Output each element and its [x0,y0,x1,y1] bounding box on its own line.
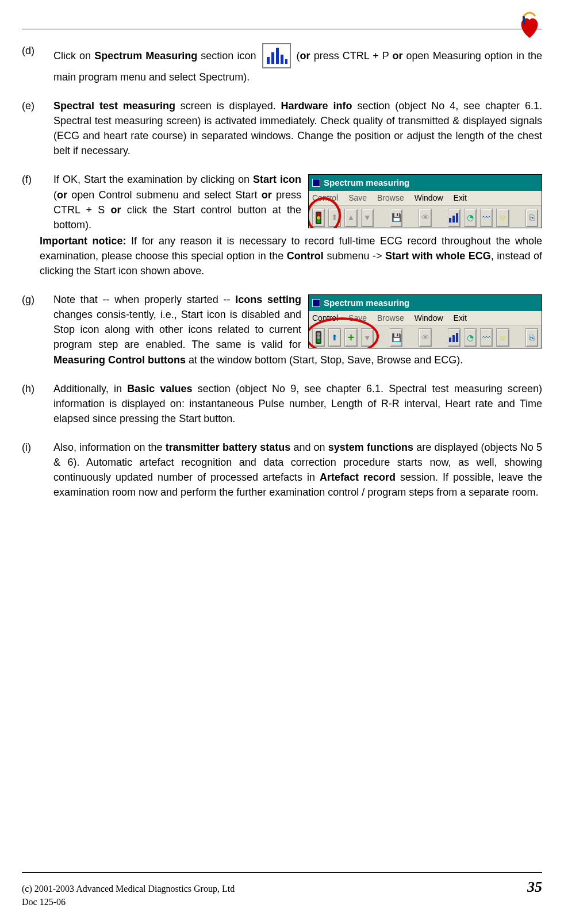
eye-icon: 👁 [419,328,431,347]
svg-rect-6 [285,59,287,64]
item-marker: (g) [22,292,53,367]
footer-doc: Doc 125-06 [22,895,235,908]
spectrum-icon [262,43,291,68]
smiley-icon: ☺ [496,328,509,347]
list-item-e: (e) Spectral test measuring screen is di… [22,98,542,158]
arrow-down-icon: ▼ [361,209,374,227]
eye-icon: 👁 [419,209,431,227]
menu-browse: Browse [377,312,404,324]
item-marker: (i) [22,440,53,500]
svg-rect-18 [449,338,451,342]
item-text: Click on Spectrum Measuring section icon… [53,43,542,85]
menu-exit: Exit [454,312,467,324]
menu-exit: Exit [454,192,467,204]
exit-door-icon: ⎘ [525,209,538,227]
save-icon: 💾 [390,328,402,347]
menu-window: Window [415,312,443,324]
item-marker: (d) [22,43,53,85]
page: (d) Click on Spectrum Measuring section … [22,29,542,908]
toolbar-screenshot-1: Spectrum measuring Control Save Browse W… [308,174,542,228]
item-marker: (h) [22,381,53,426]
svg-rect-12 [452,216,455,223]
svg-rect-19 [452,335,455,342]
important-notice: Important notice: If for any reason it i… [40,233,542,278]
list-item-d: (d) Click on Spectrum Measuring section … [22,43,542,85]
gauge-icon: ◔ [464,328,477,347]
app-icon [312,299,320,307]
top-rule [22,29,542,29]
svg-rect-2 [267,57,270,64]
menu-window: Window [415,192,443,204]
wave-icon: 〰 [480,328,493,347]
menu-save: Save [348,192,367,204]
page-number: 35 [527,876,542,898]
window-title: Spectrum measuring [309,175,542,191]
brand-logo [513,10,546,43]
save-icon: 💾 [390,209,402,227]
footer-copyright: (c) 2001-2003 Advanced Medical Diagnosti… [22,882,235,895]
svg-rect-20 [456,333,458,342]
bars-icon [448,209,461,227]
item-text: Also, information on the transmitter bat… [53,440,542,500]
toolbar-row: ⬆ ▲ ▼ 💾 👁 ◔ 〰 ☺ ⎘ [309,205,542,229]
svg-rect-0 [523,16,525,24]
arrow-up-icon: ▲ [344,209,357,227]
bars-icon [448,328,461,347]
toolbar-screenshot-2: Spectrum measuring Control Save Browse W… [308,294,542,348]
list-item-f: (f) Spectrum measuring Control Save Brow… [22,172,542,278]
list-item-g: (g) Spectrum measuring Control Save Brow… [22,292,542,367]
svg-rect-13 [456,213,458,223]
item-text: Additionally, in Basic values section (o… [53,381,542,426]
list-item-h: (h) Additionally, in Basic values sectio… [22,381,542,426]
page-footer: (c) 2001-2003 Advanced Medical Diagnosti… [22,872,542,908]
menu-bar: Control Save Browse Window Exit [309,191,542,205]
item-text: Spectral test measuring screen is displa… [53,98,542,158]
item-marker: (e) [22,98,53,158]
svg-rect-11 [449,218,451,223]
svg-rect-3 [271,52,274,64]
svg-rect-5 [281,55,283,64]
wave-icon: 〰 [480,209,493,227]
exit-door-icon: ⎘ [525,328,538,347]
menu-browse: Browse [377,192,404,204]
list-item-i: (i) Also, information on the transmitter… [22,440,542,500]
svg-rect-4 [276,48,279,64]
app-icon [312,179,320,187]
window-title: Spectrum measuring [309,295,542,311]
gauge-icon: ◔ [464,209,477,227]
smiley-icon: ☺ [496,209,509,227]
